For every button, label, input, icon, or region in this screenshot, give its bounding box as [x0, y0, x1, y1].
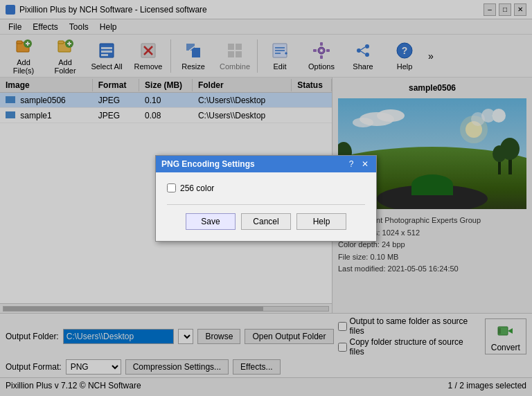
256color-checkbox[interactable] [167, 183, 176, 192]
modal-256color-row: 256 color [167, 183, 365, 193]
png-encoding-dialog: PNG Encoding Settings ? ✕ 256 color Save… [155, 155, 377, 242]
modal-title: PNG Encoding Settings [161, 159, 255, 169]
modal-divider [167, 204, 365, 205]
modal-save-button[interactable]: Save [186, 213, 236, 230]
modal-buttons: Save Cancel Help [167, 213, 365, 230]
modal-help-btn[interactable]: Help [296, 213, 346, 230]
modal-overlay: PNG Encoding Settings ? ✕ 256 color Save… [0, 0, 532, 396]
modal-close-button[interactable]: ✕ [360, 159, 371, 170]
modal-cancel-button[interactable]: Cancel [241, 213, 291, 230]
modal-controls: ? ✕ [346, 159, 371, 170]
modal-title-bar: PNG Encoding Settings ? ✕ [156, 156, 376, 172]
256color-label: 256 color [180, 183, 214, 193]
modal-help-button[interactable]: ? [346, 159, 357, 170]
modal-body: 256 color Save Cancel Help [156, 172, 376, 241]
